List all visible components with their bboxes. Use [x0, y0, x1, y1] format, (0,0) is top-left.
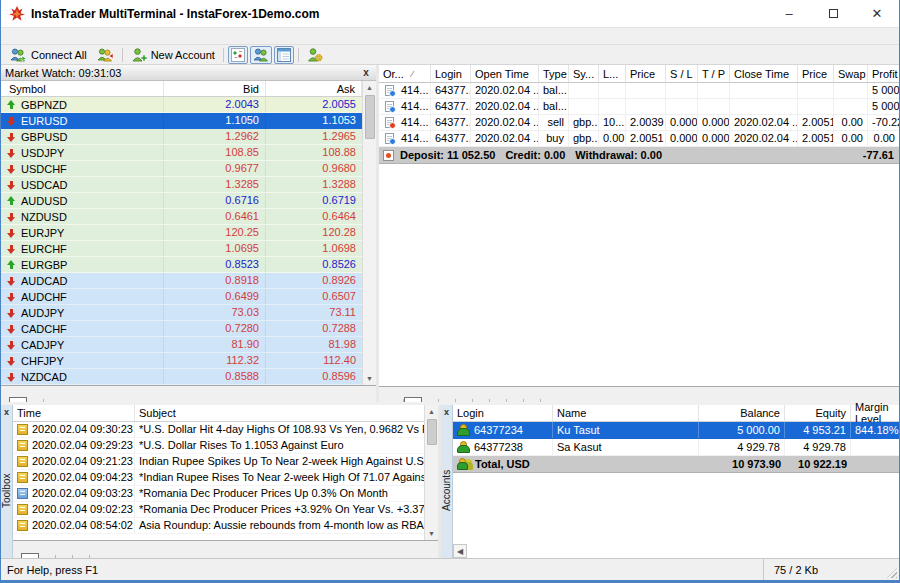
symbol-row[interactable]: NZDCAD 0.8588 0.8596 — [1, 369, 362, 385]
menu-item[interactable] — [23, 35, 41, 37]
news-row[interactable]: 2020.02.04 09:02:23 *Romania Dec Produce… — [13, 502, 424, 518]
orders-tab[interactable] — [473, 399, 490, 402]
toolbox-tab[interactable] — [73, 555, 90, 558]
news-row[interactable]: 2020.02.04 08:54:02 Asia Roundup: Aussie… — [13, 518, 424, 534]
symbol-row[interactable]: EURJPY 120.25 120.28 — [1, 225, 362, 241]
accounts-toggle-button[interactable] — [250, 46, 272, 64]
symbol-column-header[interactable]: Sy... — [569, 65, 599, 82]
swap-column-header[interactable]: Swap — [834, 65, 868, 82]
orders-tab[interactable] — [524, 399, 541, 402]
toolbox-close-icon[interactable]: x — [1, 405, 12, 419]
takeprofit-column-header[interactable]: T / P — [698, 65, 730, 82]
scroll-thumb[interactable] — [365, 95, 375, 139]
maximize-button[interactable] — [811, 0, 855, 27]
toolbox-toggle-button[interactable] — [274, 46, 294, 64]
disconnect-all-button[interactable] — [92, 46, 119, 64]
symbol-row[interactable]: EURUSD 1.1050 1.1053 — [1, 113, 362, 129]
ask-column-header[interactable]: Ask — [266, 81, 362, 96]
scroll-thumb[interactable] — [427, 419, 437, 445]
symbol-row[interactable]: AUDUSD 0.6716 0.6719 — [1, 193, 362, 209]
lots-column-header[interactable]: L... — [599, 65, 626, 82]
market-watch-close-icon[interactable]: x — [360, 68, 372, 78]
news-row[interactable]: 2020.02.04 09:04:23 *Indian Rupee Rises … — [13, 470, 424, 486]
symbol-row[interactable]: EURCHF 1.0695 1.0698 — [1, 241, 362, 257]
scroll-up-icon[interactable]: ▲ — [425, 405, 438, 418]
bid-column-header[interactable]: Bid — [164, 81, 266, 96]
symbol-column-header[interactable]: Symbol — [1, 81, 164, 96]
symbol-row[interactable]: AUDCAD 0.8918 0.8926 — [1, 273, 362, 289]
menu-item[interactable] — [77, 35, 95, 37]
orders-tab[interactable] — [387, 399, 404, 402]
news-row[interactable]: 2020.02.04 09:29:23 *U.S. Dollar Rises T… — [13, 438, 424, 454]
bid-cell: 108.85 — [164, 145, 266, 160]
news-scrollbar[interactable]: ▲ ▼ — [424, 405, 438, 540]
minimize-button[interactable]: – — [767, 0, 811, 27]
market-watch-tab[interactable] — [27, 399, 44, 402]
symbol-row[interactable]: NZDUSD 0.6461 0.6464 — [1, 209, 362, 225]
time-column-header[interactable]: Time — [13, 405, 135, 421]
orders-tab[interactable] — [507, 399, 524, 402]
close-button[interactable]: ✕ — [855, 0, 899, 27]
symbol-row[interactable]: CADJPY 81.90 81.98 — [1, 337, 362, 353]
equity-column-header[interactable]: Equity — [785, 405, 851, 421]
menu-item[interactable] — [41, 35, 59, 37]
name-column-header[interactable]: Name — [553, 405, 699, 421]
symbol-row[interactable]: USDJPY 108.85 108.88 — [1, 145, 362, 161]
symbol-row[interactable]: USDCHF 0.9677 0.9680 — [1, 161, 362, 177]
account-row[interactable]: 64377238 Sa Kasut 4 929.78 4 929.78 — [453, 439, 899, 456]
orders-tab[interactable] — [404, 397, 422, 402]
news-row[interactable]: 2020.02.04 09:21:23 Indian Rupee Spikes … — [13, 454, 424, 470]
order-row[interactable]: 414... 64377... 2020.02.04 ... bal... 5 … — [379, 99, 899, 115]
orders-tab[interactable] — [422, 399, 439, 402]
open-time-column-header[interactable]: Open Time — [471, 65, 539, 82]
type-column-header[interactable]: Type — [539, 65, 569, 82]
symbol-row[interactable]: AUDJPY 73.03 73.11 — [1, 305, 362, 321]
order-row[interactable]: 414... 64377... 2020.02.04 ... bal... 5 … — [379, 83, 899, 99]
toolbox-tab[interactable] — [56, 555, 73, 558]
market-watch-scrollbar[interactable]: ▲ ▼ — [362, 81, 376, 385]
menu-item[interactable] — [95, 35, 113, 37]
account-row[interactable]: 64377234 Ku Tasut 5 000.00 4 953.21 844.… — [453, 422, 899, 439]
symbol-row[interactable]: GBPNZD 2.0043 2.0055 — [1, 97, 362, 113]
stoploss-column-header[interactable]: S / L — [666, 65, 698, 82]
close-price-column-header[interactable]: Price — [798, 65, 834, 82]
login-column-header[interactable]: Login — [453, 405, 553, 421]
news-row[interactable]: 2020.02.04 09:30:23 *U.S. Dollar Hit 4-d… — [13, 422, 424, 438]
login-column-header[interactable]: Login — [431, 65, 471, 82]
tab-scroll-left-icon[interactable]: ◀ — [453, 544, 467, 558]
new-account-button[interactable]: New Account — [126, 46, 220, 64]
symbol-row[interactable]: CHFJPY 112.32 112.40 — [1, 353, 362, 369]
symbol-row[interactable]: GBPUSD 1.2962 1.2965 — [1, 129, 362, 145]
order-row[interactable]: 414... 64377... 2020.02.04 ... buy gbp..… — [379, 131, 899, 147]
order-column-header[interactable]: Or...∕ — [379, 65, 431, 82]
scroll-up-icon[interactable]: ▲ — [363, 81, 376, 94]
order-row[interactable]: 414... 64377... 2020.02.04 ... sell gbp.… — [379, 115, 899, 131]
expert-settings-button[interactable] — [302, 46, 328, 64]
orders-tab[interactable] — [439, 399, 456, 402]
balance-column-header[interactable]: Balance — [699, 405, 785, 421]
menu-item[interactable] — [5, 35, 23, 37]
scroll-down-icon[interactable]: ▼ — [425, 527, 438, 540]
subject-column-header[interactable]: Subject — [135, 405, 424, 421]
accounts-close-icon[interactable]: x — [441, 405, 452, 419]
symbol-row[interactable]: USDCAD 1.3285 1.3288 — [1, 177, 362, 193]
close-time-column-header[interactable]: Close Time — [730, 65, 798, 82]
margin-level-column-header[interactable]: Margin Level — [851, 405, 899, 421]
symbol-row[interactable]: CADCHF 0.7280 0.7288 — [1, 321, 362, 337]
symbol-row[interactable]: EURGBP 0.8523 0.8526 — [1, 257, 362, 273]
toolbox-tab[interactable] — [39, 555, 56, 558]
menu-item[interactable] — [59, 35, 77, 37]
market-watch-tab[interactable] — [9, 397, 27, 402]
resize-grip[interactable] — [885, 559, 899, 580]
market-watch-toggle-button[interactable] — [228, 46, 248, 64]
profit-column-header[interactable]: Profit — [868, 65, 899, 82]
toolbox-tab[interactable] — [21, 553, 39, 558]
scroll-down-icon[interactable]: ▼ — [363, 372, 376, 385]
symbol-row[interactable]: AUDCHF 0.6499 0.6507 — [1, 289, 362, 305]
connect-all-button[interactable]: Connect All — [5, 46, 92, 64]
price-column-header[interactable]: Price — [626, 65, 666, 82]
orders-tab[interactable] — [490, 399, 507, 402]
news-row[interactable]: 2020.02.04 09:03:23 *Romania Dec Produce… — [13, 486, 424, 502]
accounts-icon — [253, 48, 269, 62]
orders-tab[interactable] — [456, 399, 473, 402]
